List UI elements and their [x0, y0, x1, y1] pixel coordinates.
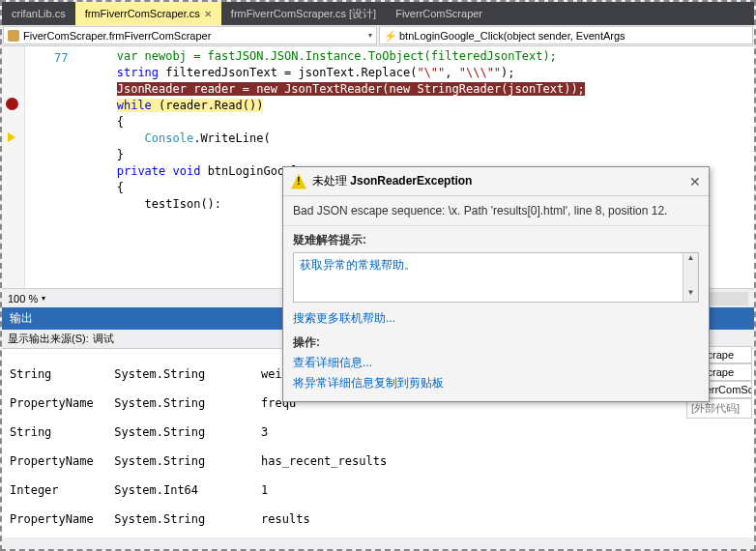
- line-number: 77: [54, 50, 68, 67]
- output-source-label: 显示输出来源(S):: [8, 332, 89, 346]
- warning-icon: [291, 174, 306, 189]
- tab-frmfiverr-design[interactable]: frmFiverrComScraper.cs [设计]: [221, 2, 386, 25]
- output-source-select[interactable]: 调试: [93, 332, 267, 346]
- breakpoint-icon[interactable]: [6, 98, 18, 110]
- tab-fiverrcomscraper[interactable]: FiverrComScraper: [386, 2, 492, 25]
- execution-pointer-icon: [5, 130, 18, 144]
- search-help-link[interactable]: 搜索更多联机帮助...: [283, 308, 709, 329]
- output-line: PropertyName System.String results: [10, 512, 746, 527]
- class-selector[interactable]: FiverComScraper.frmFiverrComScraper ▾: [3, 26, 377, 44]
- vertical-scrollbar[interactable]: ▲▼: [683, 253, 698, 302]
- view-details-link[interactable]: 查看详细信息...: [283, 353, 709, 373]
- hint-link[interactable]: 获取异常的常规帮助。: [300, 257, 692, 274]
- output-line: Integer System.Int64 1: [10, 483, 746, 498]
- chevron-down-icon: ▾: [368, 31, 372, 40]
- class-icon: [8, 30, 19, 42]
- event-icon: [384, 30, 395, 42]
- tab-crifanlib[interactable]: crifanLib.cs: [2, 2, 75, 25]
- chevron-down-icon[interactable]: ▾: [42, 294, 45, 303]
- close-icon[interactable]: ✕: [204, 9, 212, 19]
- zoom-level[interactable]: 100 %: [8, 293, 38, 304]
- exception-title-bar: 未处理 JsonReaderException ✕: [283, 167, 709, 196]
- close-icon[interactable]: ✕: [689, 174, 701, 189]
- code-nav-bar: FiverComScraper.frmFiverrComScraper ▾ bt…: [2, 25, 754, 46]
- editor-gutter: [2, 46, 25, 288]
- exception-popup: 未处理 JsonReaderException ✕ Bad JSON escap…: [282, 166, 710, 402]
- member-selector[interactable]: btnLoginGoogle_Click(object sender, Even…: [379, 26, 753, 44]
- troubleshoot-label: 疑难解答提示:: [283, 226, 709, 250]
- actions-label: 操作:: [283, 329, 709, 353]
- document-tabs: crifanLib.cs frmFiverrComScraper.cs✕ frm…: [2, 2, 754, 25]
- tab-frmfiverr-cs[interactable]: frmFiverrComScraper.cs✕: [75, 2, 221, 25]
- copy-details-link[interactable]: 将异常详细信息复制到剪贴板: [283, 373, 709, 393]
- output-line: String System.String 3: [10, 425, 746, 440]
- class-name: FiverComScraper.frmFiverrComScraper: [23, 30, 211, 42]
- hints-box: 获取异常的常规帮助。 ▲▼: [293, 252, 699, 303]
- member-name: btnLoginGoogle_Click(object sender, Even…: [399, 30, 625, 42]
- output-line: PropertyName System.String has_recent_re…: [10, 454, 746, 469]
- exception-message: Bad JSON escape sequence: \x. Path 'resu…: [283, 196, 709, 226]
